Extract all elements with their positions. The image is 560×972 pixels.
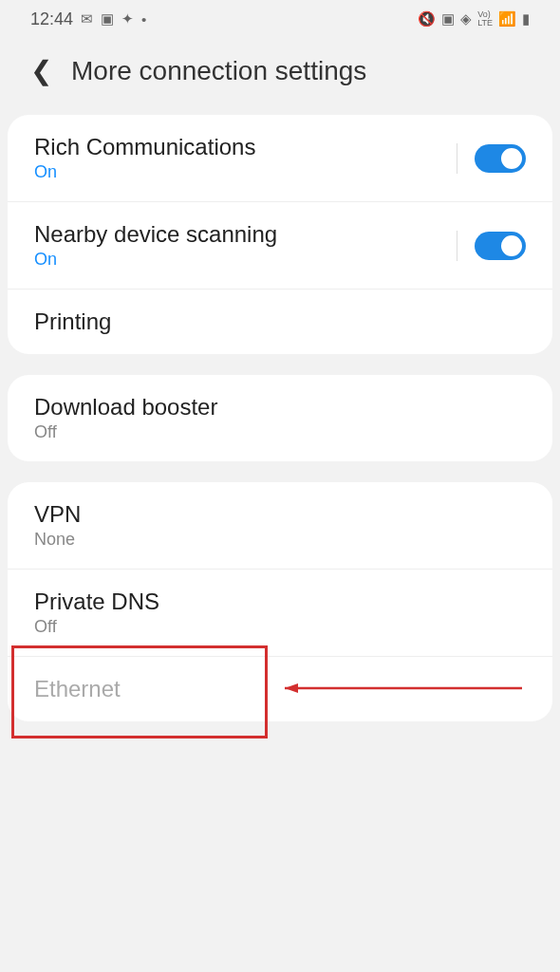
status-bar: 12:44 ✉ ▣ ✦ • 🔇 ▣ ◈ Vo)LTE 📶 ▮ [0, 0, 560, 38]
header: ❮ More connection settings [0, 38, 560, 115]
item-title: VPN [34, 501, 81, 528]
rich-communications-item[interactable]: Rich Communications On [8, 115, 552, 202]
item-title: Private DNS [34, 589, 159, 615]
toggle-wrap [457, 231, 526, 261]
printing-item[interactable]: Printing [8, 290, 552, 354]
item-status: None [34, 530, 81, 550]
settings-group-2: Download booster Off [8, 375, 552, 461]
item-status: Off [34, 422, 217, 442]
item-text: VPN None [34, 501, 81, 550]
settings-group-1: Rich Communications On Nearby device sca… [8, 115, 552, 354]
back-icon[interactable]: ❮ [30, 55, 52, 86]
toggle-knob [499, 146, 524, 171]
page-title: More connection settings [71, 56, 366, 86]
image-icon: ▣ [101, 10, 114, 28]
nearby-scanning-toggle[interactable] [475, 232, 526, 260]
vpn-item[interactable]: VPN None [8, 482, 552, 570]
item-text: Nearby device scanning On [34, 221, 277, 270]
item-text: Private DNS Off [34, 589, 159, 637]
toggle-wrap [457, 143, 526, 174]
nearby-scanning-item[interactable]: Nearby device scanning On [8, 202, 552, 290]
item-title: Ethernet [34, 676, 121, 702]
status-time: 12:44 [30, 9, 73, 29]
wifi-icon: ◈ [460, 10, 472, 28]
download-booster-item[interactable]: Download booster Off [8, 375, 552, 461]
item-status: On [34, 250, 277, 270]
settings-group-3: VPN None Private DNS Off Ethernet [8, 482, 552, 721]
toggle-divider [457, 143, 457, 174]
item-title: Download booster [34, 394, 217, 421]
battery-icon: ▮ [522, 10, 530, 28]
toggle-divider [457, 231, 457, 261]
mail-icon: ✉ [81, 10, 93, 28]
item-text: Download booster Off [34, 394, 217, 442]
ethernet-item[interactable]: Ethernet [8, 657, 552, 721]
item-title: Nearby device scanning [34, 221, 277, 248]
private-dns-item[interactable]: Private DNS Off [8, 570, 552, 657]
toggle-knob [499, 234, 524, 258]
item-text: Ethernet [34, 676, 121, 702]
status-left: 12:44 ✉ ▣ ✦ • [30, 9, 146, 29]
dot-icon: • [141, 11, 146, 28]
item-status: On [34, 162, 255, 182]
item-status: Off [34, 617, 159, 637]
item-title: Printing [34, 308, 111, 335]
battery-saver-icon: ▣ [441, 10, 455, 28]
cloud-icon: ✦ [121, 10, 134, 28]
item-text: Rich Communications On [34, 134, 255, 182]
status-right: 🔇 ▣ ◈ Vo)LTE 📶 ▮ [418, 10, 530, 28]
signal-icon: 📶 [498, 10, 516, 28]
rich-communications-toggle[interactable] [475, 144, 526, 173]
item-text: Printing [34, 308, 111, 335]
mute-icon: 🔇 [418, 10, 436, 28]
volte-icon: Vo)LTE [477, 10, 493, 28]
item-title: Rich Communications [34, 134, 255, 160]
